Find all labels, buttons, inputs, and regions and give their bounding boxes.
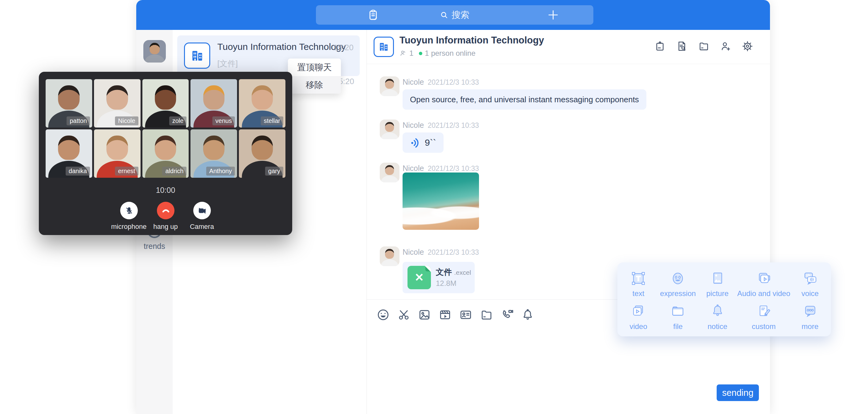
participant-tile: patton [45, 79, 92, 128]
panel-item-expression[interactable]: expression [658, 267, 698, 300]
chat-avatar [374, 37, 394, 57]
search-placeholder: 搜索 [452, 9, 469, 21]
participant-tile: Nicole [94, 79, 141, 128]
online-dot [419, 52, 422, 55]
participant-grid: patton Nicole zole venus stellar danika … [45, 79, 285, 178]
panel-item-text[interactable]: text [619, 267, 658, 300]
file-message-card[interactable]: ✕ 文件 .excel 12.8M [403, 262, 475, 293]
message-time: 2021/12/3 10:33 [428, 78, 479, 86]
video-panel-icon [630, 303, 647, 320]
mic-off-icon [125, 206, 134, 215]
file-folder-icon[interactable] [698, 40, 710, 52]
participant-tile: zole [143, 79, 189, 128]
chat-header-actions [654, 40, 753, 52]
my-avatar[interactable] [143, 40, 166, 63]
notice-bell-icon [709, 303, 726, 320]
panel-item-file[interactable]: file [658, 300, 698, 333]
sender-avatar[interactable] [380, 163, 400, 182]
picture-icon[interactable] [418, 308, 431, 322]
text-bubble[interactable]: Open source, free, and universal instant… [403, 89, 646, 110]
screenshot-scissors-icon[interactable] [397, 308, 410, 322]
sender-name: Nicole [403, 77, 424, 86]
page: 搜索 trends [0, 0, 868, 414]
folder-icon[interactable] [479, 308, 493, 322]
conversation-last-message: [文件] [217, 58, 238, 69]
notice-board-icon[interactable] [654, 40, 666, 52]
online-status: 1 person online [425, 49, 475, 58]
member-count: 1 [409, 49, 413, 58]
message-meta: Nicole2021/12/3 10:33 [403, 164, 479, 173]
participant-name: danika [66, 167, 90, 176]
add-member-icon[interactable] [720, 40, 732, 52]
file-size: 12.8M [436, 279, 457, 288]
voice-bubble[interactable]: 9`` [403, 132, 443, 153]
participant-tile: stellar [239, 79, 285, 128]
sender-name: Nicole [403, 248, 424, 256]
sender-avatar[interactable] [380, 120, 400, 139]
excel-file-icon: ✕ [407, 266, 431, 289]
camera-toggle-button[interactable] [193, 202, 211, 219]
emoji-icon[interactable] [376, 308, 390, 322]
doc-search-icon[interactable] [676, 40, 688, 52]
camera-label: Camera [177, 223, 226, 231]
sender-name: Nicole [403, 121, 424, 129]
top-bar: 搜索 [136, 0, 770, 30]
text-icon [630, 270, 647, 287]
video-clip-icon[interactable] [438, 308, 452, 322]
group-avatar [184, 42, 210, 69]
chat-header: Tuoyun Information Technology 1 1 person… [367, 30, 770, 64]
panel-item-notice[interactable]: notice [698, 300, 737, 333]
hang-up-icon [161, 206, 170, 215]
panel-item-more[interactable]: more [790, 300, 830, 333]
participant-tile: venus [190, 79, 237, 128]
file-panel-icon [670, 303, 686, 320]
message-time: 2021/12/3 10:33 [428, 164, 479, 172]
send-button[interactable]: sending [717, 384, 759, 401]
panel-item-audio-video[interactable]: Audio and video [737, 267, 790, 300]
members-icon [400, 50, 407, 57]
participant-tile: danika [45, 129, 92, 178]
custom-icon [755, 303, 772, 320]
panel-item-voice[interactable]: voice [790, 267, 830, 300]
contact-card-icon[interactable] [459, 308, 472, 322]
settings-gear-icon[interactable] [742, 40, 753, 52]
camera-off-icon [197, 206, 207, 215]
menu-item-remove[interactable]: 移除 [288, 76, 341, 94]
voice-panel-icon [802, 270, 818, 287]
notification-bell-icon[interactable] [521, 308, 534, 322]
picture-panel-icon [709, 270, 726, 287]
message-time: 2021/12/3 10:33 [428, 121, 479, 129]
panel-item-custom[interactable]: custom [737, 300, 790, 333]
participant-name: stellar [261, 117, 283, 125]
participant-name: patton [67, 117, 90, 125]
panel-item-video[interactable]: video [619, 300, 658, 333]
av-call-icon[interactable] [500, 308, 514, 322]
microphone-toggle-button[interactable] [120, 202, 138, 219]
message-meta: Nicole2021/12/3 10:33 [403, 77, 479, 87]
menu-item-pin-chat[interactable]: 置顶聊天 [288, 59, 341, 76]
audio-video-icon [755, 270, 772, 287]
sender-avatar[interactable] [380, 76, 400, 96]
participant-tile: gary [239, 129, 285, 178]
message-body: Open source, free, and universal instant… [410, 95, 639, 104]
voice-wave-icon [410, 137, 421, 148]
participant-name: ernest [115, 167, 138, 176]
sender-avatar[interactable] [380, 247, 400, 266]
conversation-title: Tuoyun Information Technology [217, 41, 346, 52]
file-ext: .excel [454, 269, 471, 276]
panel-item-picture[interactable]: picture [698, 267, 737, 300]
search-bar[interactable]: 搜索 [316, 5, 593, 25]
participant-name: zole [169, 117, 187, 125]
beach-photo-message[interactable] [403, 172, 479, 230]
chat-title: Tuoyun Information Technology [400, 35, 544, 46]
plus-icon[interactable] [547, 9, 559, 21]
call-timer: 10:00 [39, 186, 292, 195]
chat-panel: Tuoyun Information Technology 1 1 person… [367, 30, 770, 414]
participant-tile: Anthony [190, 129, 237, 178]
hang-up-button[interactable] [157, 202, 175, 219]
message-type-panel: text expression picture Audio and vide [617, 262, 831, 337]
participant-name: venus [212, 117, 235, 125]
participant-name: gary [265, 167, 283, 176]
chat-subtitle: 1 1 person online [400, 49, 475, 58]
message-meta: Nicole2021/12/3 10:33 [403, 121, 479, 130]
